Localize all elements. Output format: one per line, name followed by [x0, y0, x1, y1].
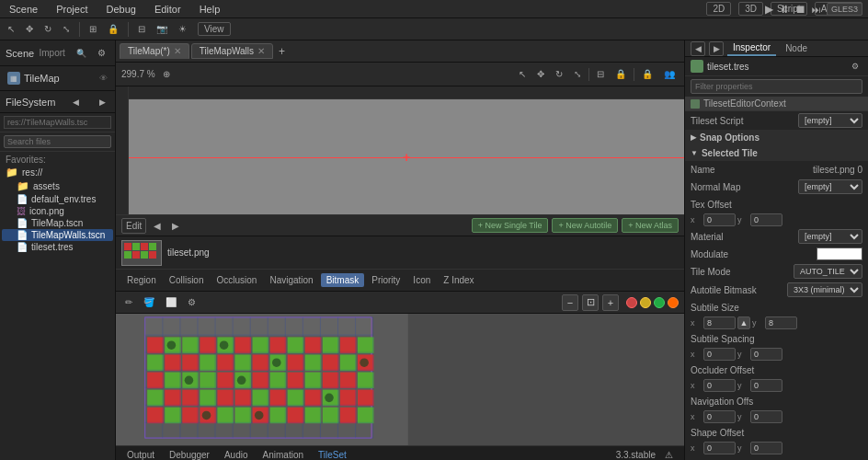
- tileset-file-settings[interactable]: ⚙: [848, 60, 862, 73]
- toolbar-lock-btn[interactable]: 🔒: [104, 22, 122, 36]
- modulate-color[interactable]: [817, 247, 862, 260]
- occluder-x-input[interactable]: [703, 379, 736, 392]
- tab-collision[interactable]: Collision: [164, 273, 210, 287]
- tab-tileset[interactable]: TileSet: [314, 450, 350, 460]
- ts-fill-btn[interactable]: 🪣: [140, 295, 158, 309]
- view-btn[interactable]: View: [198, 22, 231, 36]
- tileset-script-select[interactable]: [empty]: [798, 113, 862, 128]
- mode-2d-btn[interactable]: 2D: [706, 2, 731, 16]
- occluder-y-input[interactable]: [750, 379, 782, 392]
- tab-zindex[interactable]: Z Index: [438, 273, 479, 287]
- nav-offs-x-input[interactable]: [703, 410, 736, 423]
- subtile-x-spin[interactable]: ▲: [737, 316, 750, 329]
- fs-assets[interactable]: 📁 assets: [2, 179, 113, 193]
- toolbar-sun-btn[interactable]: ☀: [175, 22, 190, 36]
- menu-scene[interactable]: Scene: [6, 4, 41, 15]
- tab-region[interactable]: Region: [121, 273, 162, 287]
- tab-tilemapwalls[interactable]: TileMapWalls ✕: [191, 43, 273, 59]
- menu-help[interactable]: Help: [196, 4, 224, 15]
- play-btn[interactable]: ▶: [765, 3, 773, 16]
- ts-settings-btn[interactable]: ⚙: [184, 295, 200, 309]
- subtile-size-y-input[interactable]: [765, 316, 797, 329]
- tab-navigation[interactable]: Navigation: [264, 273, 318, 287]
- nav-next-btn[interactable]: ▶: [168, 219, 183, 233]
- new-atlas-btn[interactable]: + New Atlas: [622, 218, 679, 233]
- filter-nodes-btn[interactable]: 🔍: [73, 47, 90, 60]
- node-tab-btn[interactable]: Node: [780, 41, 813, 55]
- vp-tool4[interactable]: ⤡: [570, 67, 585, 81]
- insp-right-btn[interactable]: ▶: [709, 41, 724, 56]
- tileset-canvas-area[interactable]: [116, 314, 684, 445]
- filter-input[interactable]: [691, 79, 862, 94]
- fs-right-btn[interactable]: ▶: [96, 96, 109, 109]
- autotile-bitmask-select[interactable]: 3X3 (minimal): [787, 282, 862, 297]
- tab-tilemap[interactable]: TileMap(*) ✕: [120, 43, 189, 59]
- ts-zoom-out-btn[interactable]: −: [562, 294, 578, 311]
- tile-mode-select[interactable]: AUTO_TILE: [794, 264, 862, 279]
- tab-animation[interactable]: Animation: [259, 450, 307, 460]
- vp-lock2[interactable]: 🔒: [638, 67, 657, 81]
- toolbar-snap-btn[interactable]: ⊞: [86, 22, 100, 36]
- toolbar-move-btn[interactable]: ✥: [22, 22, 37, 36]
- tab-bitmask[interactable]: Bitmask: [321, 273, 365, 287]
- subtile-spacing-x-input[interactable]: [703, 348, 736, 361]
- add-tab-btn[interactable]: +: [275, 43, 289, 60]
- tab-icon[interactable]: Icon: [407, 273, 436, 287]
- vp-group[interactable]: 👥: [660, 67, 679, 81]
- insp-left-btn[interactable]: ◀: [691, 41, 705, 56]
- vp-tool1[interactable]: ↖: [515, 67, 530, 81]
- nav-offs-y-input[interactable]: [750, 410, 782, 423]
- toolbar-arrow-btn[interactable]: ↖: [4, 22, 18, 36]
- tab-priority[interactable]: Priority: [366, 273, 405, 287]
- edit-btn[interactable]: Edit: [121, 218, 146, 234]
- fs-icon-png[interactable]: 🖼 icon.png: [2, 205, 113, 217]
- tab-tilemapwalls-close[interactable]: ✕: [257, 46, 265, 56]
- menu-editor[interactable]: Editor: [151, 4, 185, 15]
- fs-left-btn[interactable]: ◀: [69, 96, 83, 109]
- fs-tilemapwalls-tscn[interactable]: 📄 TileMapWalls.tscn: [2, 229, 113, 241]
- fs-path-input[interactable]: [4, 116, 111, 129]
- toolbar-rotate-btn[interactable]: ↻: [40, 22, 55, 36]
- zoom-reset-btn[interactable]: ⊕: [159, 67, 174, 81]
- tab-tilemap-close[interactable]: ✕: [174, 46, 181, 56]
- vp-grid-btn[interactable]: ⊟: [593, 67, 608, 81]
- ts-eraser-btn[interactable]: ✏: [121, 295, 136, 309]
- menu-project[interactable]: Project: [52, 4, 91, 15]
- tab-debugger[interactable]: Debugger: [166, 450, 213, 460]
- tab-output[interactable]: Output: [123, 450, 158, 460]
- ts-rect-btn[interactable]: ⬜: [162, 295, 180, 309]
- tex-offset-y-input[interactable]: [750, 213, 782, 226]
- subtile-spacing-y-input[interactable]: [750, 348, 782, 361]
- node-eye[interactable]: 👁: [99, 74, 108, 83]
- scene-node-tilemap[interactable]: ▦ TileMap 👁: [4, 70, 111, 86]
- menu-debug[interactable]: Debug: [102, 4, 139, 15]
- fs-default-env[interactable]: 📄 default_env.tres: [2, 193, 113, 205]
- fs-res[interactable]: 📁 res://: [2, 166, 113, 179]
- shape-offset-x-input[interactable]: [703, 442, 736, 454]
- material-select[interactable]: [empty]: [798, 229, 862, 244]
- new-autotile-btn[interactable]: + New Autotile: [552, 218, 618, 233]
- import-label[interactable]: Import: [40, 48, 70, 58]
- inspector-tab-btn[interactable]: Inspector: [727, 40, 776, 56]
- toolbar-camera-btn[interactable]: 📷: [153, 22, 171, 36]
- tab-occlusion[interactable]: Occlusion: [211, 273, 263, 287]
- step-btn[interactable]: ⏭: [812, 5, 821, 15]
- fs-tilemap-tscn[interactable]: 📄 TileMap.tscn: [2, 217, 113, 229]
- fs-tileset-tres[interactable]: 📄 tileset.tres: [2, 241, 113, 253]
- vp-snap-btn[interactable]: 🔒: [611, 67, 630, 81]
- subtile-size-x-input[interactable]: [703, 316, 736, 329]
- normal-map-select[interactable]: [empty]: [798, 179, 862, 194]
- snap-options-header[interactable]: ▶ Snap Options: [685, 130, 868, 145]
- search-files-input[interactable]: [4, 135, 111, 148]
- nav-prev-btn[interactable]: ◀: [150, 219, 165, 233]
- tab-audio[interactable]: Audio: [221, 450, 252, 460]
- mode-3d-btn[interactable]: 3D: [738, 2, 763, 16]
- vp-tool2[interactable]: ✥: [533, 67, 548, 81]
- ts-zoom-fit-btn[interactable]: ⊡: [582, 294, 599, 311]
- toolbar-grid-btn[interactable]: ⊟: [134, 22, 149, 36]
- new-single-tile-btn[interactable]: + New Single Tile: [472, 218, 549, 233]
- ts-zoom-in-btn[interactable]: +: [602, 294, 619, 311]
- toolbar-scale-btn[interactable]: ⤡: [59, 22, 74, 36]
- scene-settings-btn[interactable]: ⚙: [94, 46, 109, 60]
- pause-btn[interactable]: ⏸: [779, 3, 790, 16]
